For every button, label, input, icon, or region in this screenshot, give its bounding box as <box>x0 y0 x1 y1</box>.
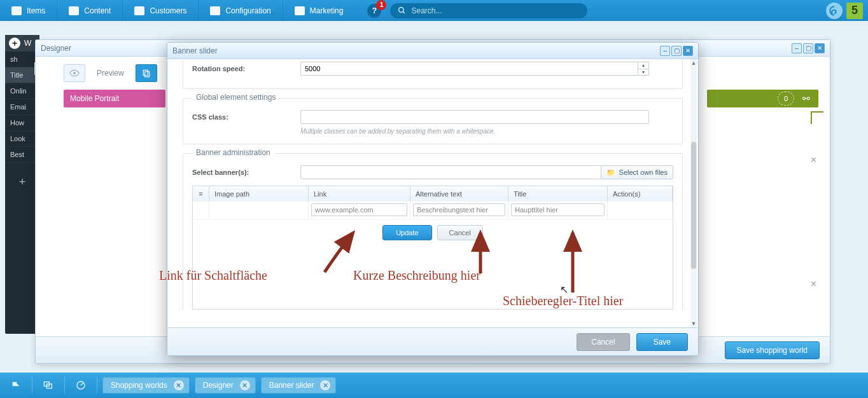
link-icon[interactable]: ⚯ <box>798 92 815 105</box>
viewport-chip-mobile-portrait[interactable]: Mobile Portrait <box>64 90 165 107</box>
annotation-title: Schieberegler-Titel hier <box>503 294 623 308</box>
modal-title: Banner slider <box>172 46 218 55</box>
row-delete-icon[interactable]: ✕ <box>810 155 817 165</box>
layout-indicator: 0 ⚯ <box>707 90 818 107</box>
modal-save-button[interactable]: Save <box>636 333 688 351</box>
fieldset-legend: Global element settings <box>192 93 279 102</box>
svg-rect-4 <box>144 72 149 77</box>
version-badge: 5 <box>846 3 863 19</box>
rotation-speed-label: Rotation speed: <box>192 65 300 72</box>
minimize-icon[interactable]: – <box>792 43 802 53</box>
menu-marketing[interactable]: Marketing <box>283 0 355 21</box>
css-class-row: CSS class: <box>192 110 673 124</box>
pill-close-icon[interactable]: ✕ <box>174 380 184 390</box>
select-banner-label: Select banner(s): <box>192 168 300 176</box>
minimize-icon[interactable]: – <box>660 46 670 56</box>
mouse-cursor-icon: ↖ <box>560 284 568 296</box>
menu-label: Marketing <box>310 6 344 15</box>
pill-close-icon[interactable]: ✕ <box>320 380 330 390</box>
menu-configuration[interactable]: Configuration <box>198 0 282 21</box>
items-icon <box>11 6 22 15</box>
scroll-down-icon[interactable]: ▼ <box>690 320 697 327</box>
title-input[interactable] <box>511 203 605 216</box>
modal-titlebar[interactable]: Banner slider – ▢ ✕ <box>167 43 698 59</box>
folder-icon: 📁 <box>606 168 615 177</box>
maximize-icon[interactable]: ▢ <box>803 43 813 53</box>
save-shopping-world-button[interactable]: Save shopping world <box>725 341 820 359</box>
taskbar-item-banner-slider[interactable]: Banner slider ✕ <box>261 377 337 394</box>
help-button[interactable]: ? 1 <box>367 4 381 18</box>
plus-icon[interactable]: + <box>9 38 20 49</box>
slider-settings-fieldset: Rotation speed: ▲ ▼ <box>183 59 683 89</box>
taskbar-item-designer[interactable]: Designer ✕ <box>195 377 256 394</box>
search-input[interactable]: Search... <box>390 3 587 18</box>
banner-slider-modal: Banner slider – ▢ ✕ Rotation speed: ▲ ▼ <box>167 42 699 356</box>
menu-label: Configuration <box>225 6 270 15</box>
row-delete-icon[interactable]: ✕ <box>810 279 817 289</box>
menu-label: Customers <box>150 6 186 15</box>
close-icon[interactable]: ✕ <box>683 46 693 56</box>
search-icon <box>398 6 406 15</box>
drag-handle-icon[interactable] <box>193 202 209 219</box>
modal-cancel-button[interactable]: Cancel <box>577 333 629 351</box>
notification-badge: 1 <box>376 0 386 10</box>
search-placeholder: Search... <box>411 6 442 15</box>
menu-label: Content <box>84 6 111 15</box>
col-actions: Action(s) <box>608 186 673 202</box>
menu-items[interactable]: Items <box>0 0 57 21</box>
sidebar-header: + W <box>5 35 39 51</box>
taskbar-item-shopping-worlds[interactable]: Shopping worlds ✕ <box>102 377 190 394</box>
pill-label: Designer <box>203 381 234 390</box>
rotation-speed-input[interactable] <box>300 62 638 76</box>
sidebar-row[interactable]: Onlin <box>5 83 39 99</box>
sidebar-row[interactable]: How <box>5 115 39 131</box>
taskbar: Shopping worlds ✕ Designer ✕ Banner slid… <box>0 373 868 398</box>
sidebar-row[interactable]: Best <box>5 147 39 163</box>
banner-table: = Image path Link Alternative text Title… <box>192 186 673 310</box>
pill-label: Shopping worlds <box>111 381 167 390</box>
pill-close-icon[interactable]: ✕ <box>240 380 250 390</box>
update-button[interactable]: Update <box>382 225 431 240</box>
svg-point-2 <box>73 72 76 74</box>
ruler-marker-icon <box>811 111 823 124</box>
shopware-logo-icon[interactable] <box>826 3 843 19</box>
spinner-down-icon[interactable]: ▼ <box>638 69 648 76</box>
svg-rect-3 <box>143 70 148 75</box>
taskbar-pin-icon[interactable] <box>5 376 27 394</box>
rotation-speed-row: Rotation speed: ▲ ▼ <box>192 62 673 76</box>
link-input[interactable] <box>311 203 407 216</box>
taskbar-dashboard-icon[interactable] <box>70 376 92 394</box>
rotation-speed-spinner[interactable]: ▲ ▼ <box>300 62 649 76</box>
menu-customers[interactable]: Customers <box>122 0 198 21</box>
css-class-hint: Multiple classes can be added by separat… <box>300 128 673 135</box>
preview-toggle-button[interactable] <box>64 64 85 82</box>
menu-content[interactable]: Content <box>57 0 122 21</box>
scroll-up-icon[interactable]: ▲ <box>690 59 697 67</box>
select-own-files-button[interactable]: 📁 Select own files <box>601 165 673 179</box>
spinner-up-icon[interactable]: ▲ <box>638 62 648 69</box>
svg-line-1 <box>403 11 405 13</box>
eye-icon <box>69 69 80 77</box>
cell-image-path <box>209 202 309 219</box>
annotation-desc: Kurze Beschreibung hier <box>353 268 480 283</box>
scrollbar-thumb[interactable] <box>691 142 696 269</box>
copy-button[interactable] <box>136 64 157 82</box>
alt-text-input[interactable] <box>413 203 505 216</box>
modal-body: Rotation speed: ▲ ▼ Global element setti… <box>167 59 698 327</box>
css-class-input[interactable] <box>300 110 649 124</box>
left-sidebar: + W sh Title Onlin Emai How Look Best + <box>5 35 39 334</box>
topbar-right: 5 <box>826 0 863 21</box>
maximize-icon[interactable]: ▢ <box>671 46 682 56</box>
preview-label: Preview <box>90 69 130 78</box>
select-banner-input[interactable] <box>300 165 601 179</box>
sidebar-row[interactable]: Emai <box>5 99 39 115</box>
css-class-label: CSS class: <box>192 113 300 121</box>
table-header: = Image path Link Alternative text Title… <box>193 186 673 202</box>
col-alt-text: Alternative text <box>410 186 508 202</box>
col-handle: = <box>193 186 209 202</box>
taskbar-windows-icon[interactable] <box>38 376 59 394</box>
close-icon[interactable]: ✕ <box>815 43 825 53</box>
modal-scrollbar[interactable]: ▲ ▼ <box>690 59 697 327</box>
sidebar-add[interactable]: + <box>5 163 39 201</box>
sidebar-row[interactable]: Look <box>5 131 39 147</box>
